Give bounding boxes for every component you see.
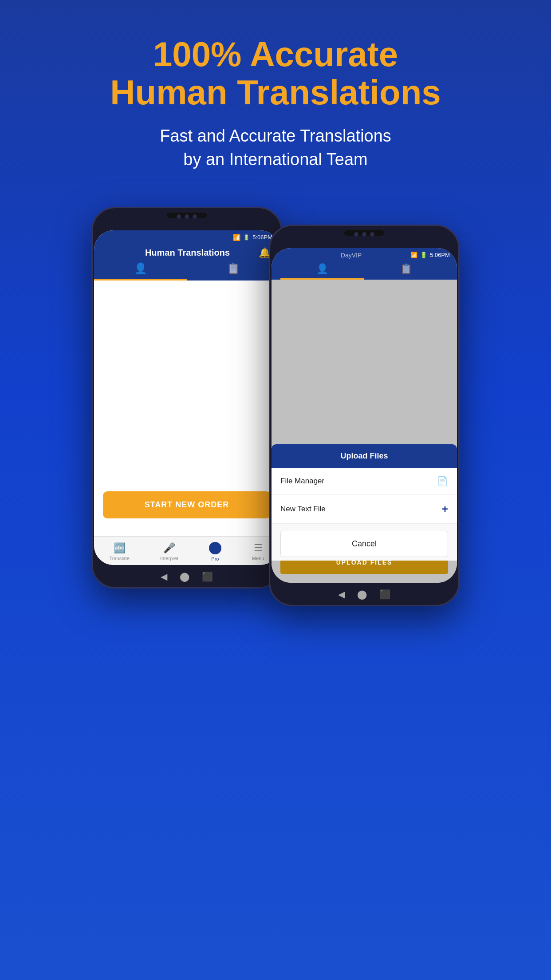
recents-button-left[interactable]: ⬛ — [202, 571, 213, 582]
nav-pro[interactable]: Pro — [209, 542, 221, 561]
nav-menu-label: Menu — [252, 556, 264, 561]
camera-dot — [193, 214, 197, 219]
time-left: 5:06PM — [252, 234, 272, 241]
phone-left-bottom-bar: ◀ ⬤ ⬛ — [161, 571, 213, 582]
home-button-right[interactable]: ⬤ — [357, 589, 367, 600]
modal-cancel-button[interactable]: Cancel — [280, 531, 448, 557]
menu-icon: ☰ — [254, 542, 263, 554]
back-button-right[interactable]: ◀ — [338, 589, 345, 600]
nav-pro-label: Pro — [211, 556, 219, 561]
camera-dot-r3 — [370, 232, 374, 237]
start-new-order-button[interactable]: START NEW ORDER — [103, 491, 271, 518]
home-button-left[interactable]: ⬤ — [180, 571, 189, 582]
app-name-right: DayVIP — [292, 252, 410, 259]
modal-item-new-text-file[interactable]: New Text File + — [272, 495, 457, 524]
tab-profile-right[interactable]: 👤 — [280, 263, 364, 280]
camera-dot — [177, 214, 181, 219]
docs-icon-right: 📋 — [400, 263, 412, 275]
nav-interpret[interactable]: 🎤 Interpret — [160, 542, 178, 561]
wifi-icon-right: 📶 — [410, 252, 417, 258]
header-tabs-left: 👤 📋 — [94, 259, 279, 281]
status-bar-content: 📶 🔋 5:06PM — [233, 234, 272, 241]
upload-modal-sheet: Upload Files File Manager 📄 New Text Fil… — [272, 444, 457, 561]
camera-dot-r2 — [362, 232, 366, 237]
modal-header: Upload Files — [272, 444, 457, 468]
status-bar-right: DayVIP 📶 🔋 5:06PM — [272, 248, 457, 261]
hero-subtitle: Fast and Accurate Translations by an Int… — [124, 124, 427, 171]
file-manager-label: File Manager — [280, 477, 324, 486]
profile-icon-right: 👤 — [316, 263, 328, 275]
modal-item-file-manager[interactable]: File Manager 📄 — [272, 468, 457, 495]
phone-left: 📶 🔋 5:06PM Human Translations 🔔 👤 📋 — [91, 207, 282, 589]
translate-icon: 🔤 — [114, 542, 126, 554]
nav-menu[interactable]: ☰ Menu — [252, 542, 264, 561]
modal-cancel-wrapper: Cancel — [272, 524, 457, 561]
camera-dot-r1 — [354, 232, 358, 237]
app-header-right: 👤 📋 — [272, 261, 457, 280]
phone-right-screen: DayVIP 📶 🔋 5:06PM 👤 📋 UPLOAD — [272, 248, 457, 583]
phone-left-content: START NEW ORDER — [94, 281, 279, 536]
tab-profile[interactable]: 👤 — [94, 262, 187, 281]
file-manager-icon: 📄 — [437, 476, 448, 486]
battery-icon-right: 🔋 — [420, 252, 427, 258]
orders-icon: 📋 — [227, 262, 240, 275]
new-text-file-label: New Text File — [280, 505, 326, 514]
phone-left-cameras — [177, 214, 197, 219]
nav-interpret-label: Interpret — [160, 556, 178, 561]
phones-row: 📶 🔋 5:06PM Human Translations 🔔 👤 📋 — [0, 207, 551, 606]
interpret-icon: 🎤 — [163, 542, 175, 554]
phone-right-cameras — [354, 232, 374, 237]
app-header-left: Human Translations 🔔 — [94, 243, 279, 259]
status-bar-left: 📶 🔋 5:06PM — [94, 230, 279, 243]
battery-icon: 🔋 — [243, 234, 250, 241]
bottom-nav-left: 🔤 Translate 🎤 Interpret Pro ☰ Menu — [94, 536, 279, 565]
tab-docs-right[interactable]: 📋 — [364, 263, 448, 280]
nav-translate[interactable]: 🔤 Translate — [110, 542, 130, 561]
wifi-icon: 📶 — [233, 234, 240, 241]
nav-translate-label: Translate — [110, 556, 130, 561]
phone-right-bottom-bar: ◀ ⬤ ⬛ — [338, 589, 390, 600]
time-right: 5:06PM — [430, 252, 450, 258]
camera-dot — [185, 214, 189, 219]
phone-left-screen: 📶 🔋 5:06PM Human Translations 🔔 👤 📋 — [94, 230, 279, 565]
phone-right: DayVIP 📶 🔋 5:06PM 👤 📋 UPLOAD — [269, 225, 460, 606]
profile-icon: 👤 — [134, 262, 147, 275]
pro-circle-icon — [209, 542, 221, 554]
app-title-left: Human Translations — [116, 248, 259, 258]
back-button-left[interactable]: ◀ — [161, 571, 167, 582]
tab-orders[interactable]: 📋 — [187, 262, 279, 281]
hero-title: 100% Accurate Human Translations — [83, 36, 468, 112]
new-text-file-icon: + — [442, 503, 448, 515]
recents-button-right[interactable]: ⬛ — [379, 589, 390, 600]
